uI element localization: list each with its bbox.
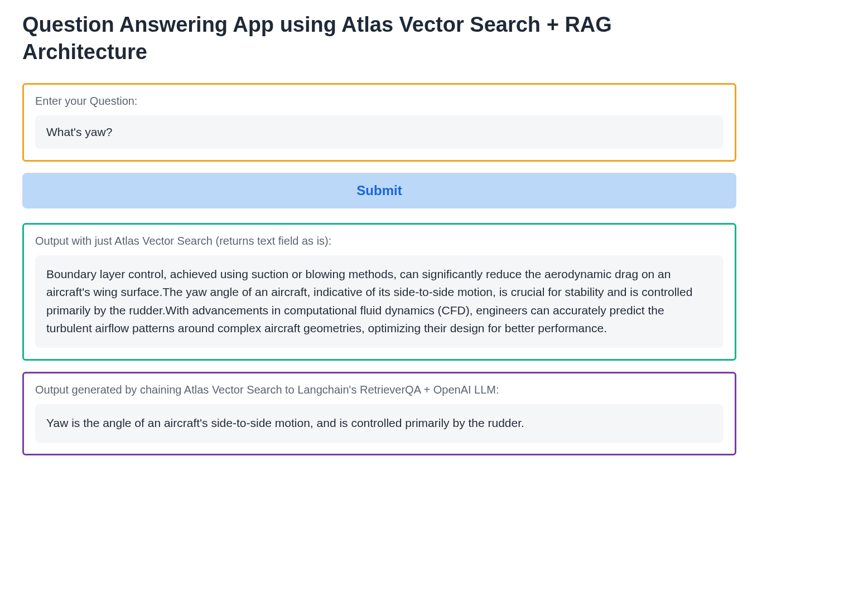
vector-search-output-label: Output with just Atlas Vector Search (re… (35, 235, 724, 248)
page-title: Question Answering App using Atlas Vecto… (22, 11, 736, 66)
rag-output-panel: Output generated by chaining Atlas Vecto… (22, 372, 736, 455)
question-input[interactable] (35, 115, 724, 149)
rag-output-label: Output generated by chaining Atlas Vecto… (35, 384, 724, 396)
vector-search-output-text: Boundary layer control, achieved using s… (35, 255, 724, 348)
rag-output-text: Yaw is the angle of an aircraft's side-t… (35, 404, 724, 443)
question-panel: Enter your Question: (22, 83, 736, 162)
question-label: Enter your Question: (35, 95, 724, 108)
vector-search-output-panel: Output with just Atlas Vector Search (re… (22, 223, 736, 361)
submit-button[interactable]: Submit (22, 173, 736, 208)
